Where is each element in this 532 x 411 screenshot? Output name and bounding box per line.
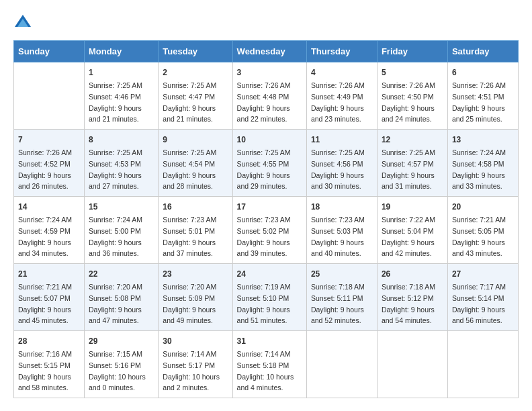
day-number: 19 [382, 201, 443, 213]
calendar-cell: 8Sunrise: 7:25 AM Sunset: 4:53 PM Daylig… [85, 130, 159, 197]
week-row-3: 14Sunrise: 7:24 AM Sunset: 4:59 PM Dayli… [14, 197, 519, 264]
calendar-cell: 13Sunrise: 7:24 AM Sunset: 4:58 PM Dayli… [447, 130, 518, 197]
day-info: Sunrise: 7:25 AM Sunset: 4:56 PM Dayligh… [311, 148, 365, 190]
calendar-cell [377, 331, 447, 398]
day-number: 8 [89, 134, 154, 146]
calendar-cell: 23Sunrise: 7:20 AM Sunset: 5:09 PM Dayli… [159, 264, 232, 331]
day-info: Sunrise: 7:20 AM Sunset: 5:08 PM Dayligh… [89, 283, 142, 324]
day-info: Sunrise: 7:26 AM Sunset: 4:50 PM Dayligh… [382, 81, 435, 123]
calendar-cell: 12Sunrise: 7:25 AM Sunset: 4:57 PM Dayli… [377, 130, 447, 197]
day-info: Sunrise: 7:26 AM Sunset: 4:52 PM Dayligh… [18, 148, 72, 190]
day-info: Sunrise: 7:25 AM Sunset: 4:47 PM Dayligh… [163, 81, 216, 123]
col-header-friday: Friday [377, 41, 447, 62]
day-number: 11 [311, 134, 373, 146]
calendar-cell: 14Sunrise: 7:24 AM Sunset: 4:59 PM Dayli… [14, 197, 85, 264]
calendar-cell: 1Sunrise: 7:25 AM Sunset: 4:46 PM Daylig… [85, 62, 159, 130]
day-info: Sunrise: 7:21 AM Sunset: 5:05 PM Dayligh… [452, 216, 506, 257]
day-number: 15 [89, 201, 154, 213]
calendar-cell: 30Sunrise: 7:14 AM Sunset: 5:17 PM Dayli… [159, 331, 232, 398]
calendar-cell: 29Sunrise: 7:15 AM Sunset: 5:16 PM Dayli… [85, 331, 159, 398]
calendar-cell: 3Sunrise: 7:26 AM Sunset: 4:48 PM Daylig… [232, 62, 306, 130]
week-row-1: 1Sunrise: 7:25 AM Sunset: 4:46 PM Daylig… [14, 62, 519, 130]
day-number: 10 [237, 134, 302, 146]
day-info: Sunrise: 7:26 AM Sunset: 4:49 PM Dayligh… [311, 81, 365, 123]
week-row-2: 7Sunrise: 7:26 AM Sunset: 4:52 PM Daylig… [14, 130, 519, 197]
day-info: Sunrise: 7:18 AM Sunset: 5:11 PM Dayligh… [311, 283, 365, 324]
day-number: 16 [163, 201, 228, 213]
calendar-table: SundayMondayTuesdayWednesdayThursdayFrid… [13, 40, 519, 398]
calendar-cell: 28Sunrise: 7:16 AM Sunset: 5:15 PM Dayli… [14, 331, 85, 398]
day-number: 13 [452, 134, 514, 146]
day-info: Sunrise: 7:25 AM Sunset: 4:54 PM Dayligh… [163, 148, 216, 190]
calendar-cell: 11Sunrise: 7:25 AM Sunset: 4:56 PM Dayli… [306, 130, 377, 197]
day-number: 1 [89, 66, 154, 79]
calendar-cell: 6Sunrise: 7:26 AM Sunset: 4:51 PM Daylig… [447, 62, 518, 130]
calendar-cell: 26Sunrise: 7:18 AM Sunset: 5:12 PM Dayli… [377, 264, 447, 331]
col-header-monday: Monday [85, 41, 159, 62]
calendar-cell [306, 331, 377, 398]
calendar-cell: 22Sunrise: 7:20 AM Sunset: 5:08 PM Dayli… [85, 264, 159, 331]
day-number: 5 [382, 66, 443, 79]
day-info: Sunrise: 7:26 AM Sunset: 4:48 PM Dayligh… [237, 81, 291, 123]
day-info: Sunrise: 7:16 AM Sunset: 5:15 PM Dayligh… [18, 350, 72, 392]
week-row-4: 21Sunrise: 7:21 AM Sunset: 5:07 PM Dayli… [14, 264, 519, 331]
logo-icon [13, 13, 32, 30]
day-info: Sunrise: 7:22 AM Sunset: 5:04 PM Dayligh… [382, 216, 435, 257]
day-info: Sunrise: 7:25 AM Sunset: 4:46 PM Dayligh… [89, 81, 142, 123]
calendar-cell [447, 331, 518, 398]
calendar-cell: 19Sunrise: 7:22 AM Sunset: 5:04 PM Dayli… [377, 197, 447, 264]
calendar-cell: 5Sunrise: 7:26 AM Sunset: 4:50 PM Daylig… [377, 62, 447, 130]
day-info: Sunrise: 7:20 AM Sunset: 5:09 PM Dayligh… [163, 283, 216, 324]
day-number: 14 [18, 201, 80, 213]
col-header-thursday: Thursday [306, 41, 377, 62]
day-number: 7 [18, 134, 80, 146]
day-number: 3 [237, 66, 302, 79]
col-header-saturday: Saturday [447, 41, 518, 62]
col-header-tuesday: Tuesday [159, 41, 232, 62]
header [13, 13, 519, 30]
calendar-cell: 7Sunrise: 7:26 AM Sunset: 4:52 PM Daylig… [14, 130, 85, 197]
day-number: 12 [382, 134, 443, 146]
day-info: Sunrise: 7:23 AM Sunset: 5:03 PM Dayligh… [311, 216, 365, 257]
day-number: 2 [163, 66, 228, 79]
day-number: 18 [311, 201, 373, 213]
day-info: Sunrise: 7:26 AM Sunset: 4:51 PM Dayligh… [452, 81, 506, 123]
calendar-cell: 15Sunrise: 7:24 AM Sunset: 5:00 PM Dayli… [85, 197, 159, 264]
day-number: 4 [311, 66, 373, 79]
logo [13, 13, 35, 30]
day-info: Sunrise: 7:15 AM Sunset: 5:16 PM Dayligh… [89, 350, 146, 392]
day-info: Sunrise: 7:25 AM Sunset: 4:57 PM Dayligh… [382, 148, 435, 190]
calendar-cell: 4Sunrise: 7:26 AM Sunset: 4:49 PM Daylig… [306, 62, 377, 130]
day-info: Sunrise: 7:25 AM Sunset: 4:53 PM Dayligh… [89, 148, 142, 190]
day-number: 30 [163, 335, 228, 347]
day-info: Sunrise: 7:14 AM Sunset: 5:18 PM Dayligh… [237, 350, 294, 392]
calendar-cell: 16Sunrise: 7:23 AM Sunset: 5:01 PM Dayli… [159, 197, 232, 264]
col-header-sunday: Sunday [14, 41, 85, 62]
calendar-cell: 25Sunrise: 7:18 AM Sunset: 5:11 PM Dayli… [306, 264, 377, 331]
calendar-cell: 9Sunrise: 7:25 AM Sunset: 4:54 PM Daylig… [159, 130, 232, 197]
day-number: 23 [163, 268, 228, 280]
day-info: Sunrise: 7:25 AM Sunset: 4:55 PM Dayligh… [237, 148, 291, 190]
day-info: Sunrise: 7:21 AM Sunset: 5:07 PM Dayligh… [18, 283, 72, 324]
day-info: Sunrise: 7:24 AM Sunset: 4:59 PM Dayligh… [18, 216, 72, 257]
calendar-cell: 31Sunrise: 7:14 AM Sunset: 5:18 PM Dayli… [232, 331, 306, 398]
day-number: 17 [237, 201, 302, 213]
calendar-cell: 10Sunrise: 7:25 AM Sunset: 4:55 PM Dayli… [232, 130, 306, 197]
day-number: 31 [237, 335, 302, 347]
day-number: 22 [89, 268, 154, 280]
calendar-cell: 2Sunrise: 7:25 AM Sunset: 4:47 PM Daylig… [159, 62, 232, 130]
calendar-cell: 24Sunrise: 7:19 AM Sunset: 5:10 PM Dayli… [232, 264, 306, 331]
day-info: Sunrise: 7:23 AM Sunset: 5:02 PM Dayligh… [237, 216, 291, 257]
day-number: 27 [452, 268, 514, 280]
day-info: Sunrise: 7:14 AM Sunset: 5:17 PM Dayligh… [163, 350, 220, 392]
day-number: 29 [89, 335, 154, 347]
col-header-wednesday: Wednesday [232, 41, 306, 62]
day-number: 9 [163, 134, 228, 146]
day-number: 25 [311, 268, 373, 280]
calendar-cell: 27Sunrise: 7:17 AM Sunset: 5:14 PM Dayli… [447, 264, 518, 331]
day-number: 28 [18, 335, 80, 347]
day-number: 6 [452, 66, 514, 79]
header-row: SundayMondayTuesdayWednesdayThursdayFrid… [14, 41, 519, 62]
calendar-cell: 20Sunrise: 7:21 AM Sunset: 5:05 PM Dayli… [447, 197, 518, 264]
calendar-cell: 21Sunrise: 7:21 AM Sunset: 5:07 PM Dayli… [14, 264, 85, 331]
